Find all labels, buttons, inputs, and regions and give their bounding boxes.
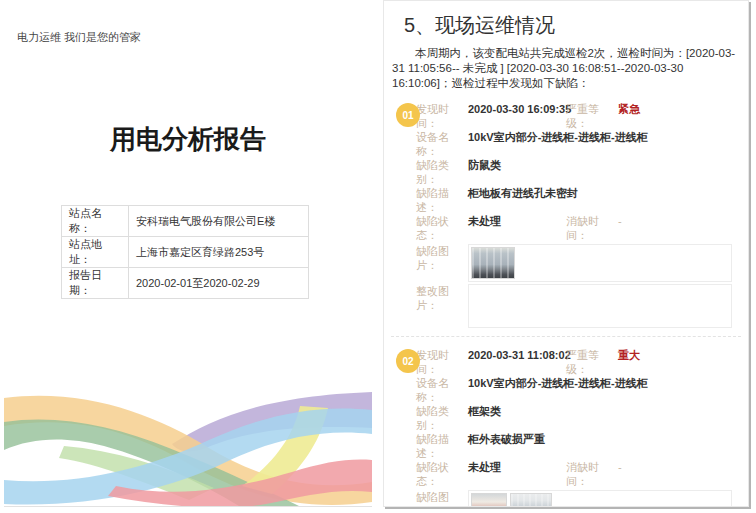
field-label: 整改图片： (416, 284, 468, 328)
item-index-badge: 01 (396, 103, 420, 127)
field-value: 2020-03-30 16:09:35 (468, 102, 566, 130)
section-title: 5、现场运维情况 (404, 12, 748, 39)
fix-photos-box (468, 284, 732, 328)
field-row: 缺陷描述： 柜外表破损严重 (416, 432, 748, 460)
field-row: 缺陷状态： 未处理 消缺时间： - (416, 214, 748, 242)
report-title: 用电分析报告 (4, 122, 372, 157)
field-label: 发现时间： (416, 348, 468, 376)
site-info-table: 站点名称： 安科瑞电气股份有限公司E楼 站点地址： 上海市嘉定区育绿路253号 … (61, 205, 309, 299)
field-label: 消缺时间： (566, 214, 618, 242)
field-value: 柜地板有进线孔未密封 (468, 186, 578, 214)
field-row: 发现时间： 2020-03-30 16:09:35 严重等级： 紧急 (416, 102, 748, 130)
defect-photos-row: 缺陷图片： (416, 244, 748, 282)
report-tagline: 电力运维 我们是您的管家 (17, 30, 141, 45)
field-label: 缺陷描述： (416, 432, 468, 460)
item-index-badge: 02 (396, 349, 420, 373)
defect-photo-thumbnail (471, 493, 507, 507)
defect-item: 02 发现时间： 2020-03-31 11:08:02 严重等级： 重大 设备… (384, 348, 748, 507)
field-value: 框架类 (468, 404, 501, 432)
field-value: 2020-03-31 11:08:02 (468, 348, 566, 376)
table-row: 站点地址： 上海市嘉定区育绿路253号 (62, 237, 309, 268)
row-label: 站点地址： (62, 237, 129, 268)
field-label: 缺陷类别： (416, 158, 468, 186)
field-value: 防鼠类 (468, 158, 501, 186)
field-value: - (618, 214, 622, 242)
field-row: 缺陷状态： 未处理 消缺时间： - (416, 460, 748, 488)
field-label: 消缺时间： (566, 460, 618, 488)
cover-page: 电力运维 我们是您的管家 用电分析报告 站点名称： 安科瑞电气股份有限公司E楼 … (4, 0, 372, 507)
field-row: 发现时间： 2020-03-31 11:08:02 严重等级： 重大 (416, 348, 748, 376)
field-label: 缺陷状态： (416, 214, 468, 242)
field-row: 设备名称： 10kV室内部分-进线柜-进线柜-进线柜 (416, 376, 748, 404)
row-value: 2020-02-01至2020-02-29 (129, 268, 309, 299)
field-label: 缺陷图片： (416, 244, 468, 282)
severity-value: 紧急 (618, 102, 640, 130)
defect-photo-thumbnail (471, 247, 515, 279)
defect-photo-thumbnail (510, 493, 552, 507)
field-row: 设备名称： 10kV室内部分-进线柜-进线柜-进线柜 (416, 130, 748, 158)
decorative-waves (4, 388, 372, 506)
field-label: 缺陷描述： (416, 186, 468, 214)
field-label: 缺陷类别： (416, 404, 468, 432)
report-section-page: 5、现场运维情况 本周期内，该变配电站共完成巡检2次，巡检时间为：[2020-0… (383, 0, 749, 507)
row-value: 上海市嘉定区育绿路253号 (129, 237, 309, 268)
field-value: 柜外表破损严重 (468, 432, 545, 460)
table-row: 站点名称： 安科瑞电气股份有限公司E楼 (62, 206, 309, 237)
table-row: 报告日期： 2020-02-01至2020-02-29 (62, 268, 309, 299)
field-label: 缺陷状态： (416, 460, 468, 488)
field-label: 严重等级： (566, 102, 618, 130)
field-value: 未处理 (468, 460, 566, 488)
field-label: 缺陷图片： (416, 490, 468, 507)
intro-paragraph: 本周期内，该变配电站共完成巡检2次，巡检时间为：[2020-03-31 11:0… (392, 46, 740, 91)
row-value: 安科瑞电气股份有限公司E楼 (129, 206, 309, 237)
field-label: 严重等级： (566, 348, 618, 376)
field-value: 10kV室内部分-进线柜-进线柜-进线柜 (468, 130, 648, 158)
field-label: 设备名称： (416, 130, 468, 158)
fix-photos-row: 整改图片： (416, 284, 748, 328)
field-value: 10kV室内部分-进线柜-进线柜-进线柜 (468, 376, 648, 404)
field-row: 缺陷类别： 防鼠类 (416, 158, 748, 186)
defect-photos-box (468, 244, 732, 282)
defect-item: 01 发现时间： 2020-03-30 16:09:35 严重等级： 紧急 设备… (384, 102, 748, 328)
field-value: 未处理 (468, 214, 566, 242)
field-value: - (618, 460, 622, 488)
field-row: 缺陷类别： 框架类 (416, 404, 748, 432)
defect-photos-row: 缺陷图片： (416, 490, 748, 507)
field-row: 缺陷描述： 柜地板有进线孔未密封 (416, 186, 748, 214)
severity-value: 重大 (618, 348, 640, 376)
report-preview: 电力运维 我们是您的管家 用电分析报告 站点名称： 安科瑞电气股份有限公司E楼 … (0, 0, 756, 513)
row-label: 报告日期： (62, 268, 129, 299)
field-label: 发现时间： (416, 102, 468, 130)
defect-photos-box (468, 490, 732, 507)
item-separator (391, 336, 741, 337)
field-label: 设备名称： (416, 376, 468, 404)
row-label: 站点名称： (62, 206, 129, 237)
